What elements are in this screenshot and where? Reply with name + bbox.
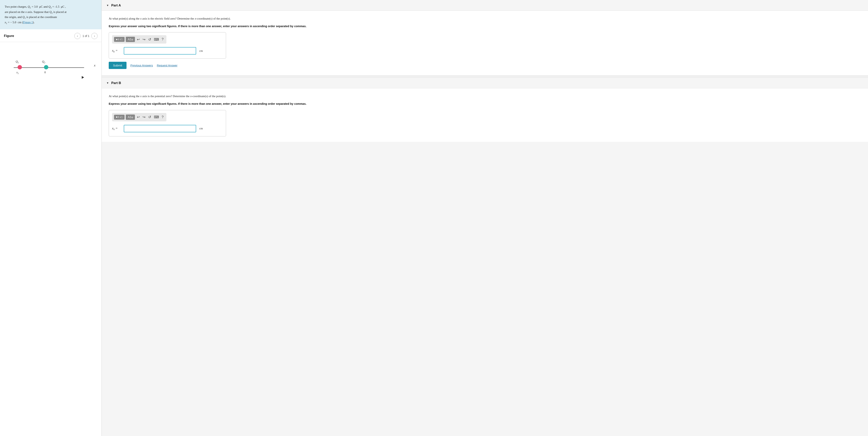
part-b-input-row: xV = cm bbox=[112, 124, 223, 133]
part-a-header: ▼ Part A bbox=[102, 0, 868, 11]
part-a-unit: cm bbox=[199, 49, 203, 53]
part-a-section: ▼ Part A At what point(s) along the x ax… bbox=[102, 0, 868, 75]
part-a-title: Part A bbox=[111, 3, 121, 7]
figure-nav: ‹ 1 of 1 › bbox=[74, 33, 98, 39]
right-panel: ▼ Part A At what point(s) along the x ax… bbox=[102, 0, 868, 436]
part-a-submit-button[interactable]: Submit bbox=[109, 62, 126, 69]
figure-next-button[interactable]: › bbox=[91, 33, 98, 39]
part-b-math-button[interactable]: ■5√□ bbox=[114, 115, 125, 120]
part-a-previous-answers-button[interactable]: Previous Answers bbox=[130, 64, 153, 67]
part-a-input-box: ■5√□ ΑΣφ ↩ ↪ ↺ ⌨ ? xE = cm bbox=[109, 32, 226, 59]
axis-arrow bbox=[82, 76, 84, 79]
part-a-input-row: xE = cm bbox=[112, 46, 223, 55]
part-a-undo-button[interactable]: ↩ bbox=[136, 37, 141, 42]
part-b-header: ▼ Part B bbox=[102, 77, 868, 88]
part-a-question: At what point(s) along the x axis is the… bbox=[109, 16, 861, 21]
diagram-container: Q1 Q2 x x1 0 bbox=[6, 58, 92, 81]
part-b-undo-button[interactable]: ↩ bbox=[136, 114, 141, 120]
part-b-content: At what point(s) along the x axis is the… bbox=[102, 88, 868, 142]
part-b-keyboard-button[interactable]: ⌨ bbox=[153, 114, 160, 120]
part-b-toolbar: ■5√□ ΑΣφ ↩ ↪ ↺ ⌨ ? bbox=[112, 113, 166, 121]
figure-count: 1 of 1 bbox=[83, 34, 89, 37]
zero-sublabel: 0 bbox=[44, 71, 46, 74]
part-a-input-label: xE = bbox=[112, 49, 122, 53]
part-b-input-label: xV = bbox=[112, 127, 122, 131]
part-b-redo-button[interactable]: ↪ bbox=[142, 114, 146, 120]
part-a-help-button[interactable]: ? bbox=[161, 37, 164, 42]
part-a-redo-button[interactable]: ↪ bbox=[142, 37, 146, 42]
part-a-toolbar: ■5√□ ΑΣφ ↩ ↪ ↺ ⌨ ? bbox=[112, 35, 166, 43]
x-axis-label: x bbox=[94, 64, 95, 67]
part-a-submit-row: Submit Previous Answers Request Answer bbox=[109, 62, 861, 70]
figure-header: Figure ‹ 1 of 1 › bbox=[0, 29, 101, 42]
part-b-answer-input[interactable] bbox=[124, 125, 196, 132]
part-b-refresh-button[interactable]: ↺ bbox=[148, 114, 152, 120]
part-b-section: ▼ Part B At what point(s) along the x ax… bbox=[102, 77, 868, 142]
part-a-content: At what point(s) along the x axis is the… bbox=[102, 11, 868, 75]
axis-line bbox=[14, 67, 84, 68]
part-a-answer-input[interactable] bbox=[124, 47, 196, 55]
part-a-keyboard-button[interactable]: ⌨ bbox=[153, 37, 160, 42]
left-panel: Two point charges, Q1 = 3.0 μC and Q2 = … bbox=[0, 0, 102, 436]
part-b-title: Part B bbox=[111, 81, 121, 85]
q1-label: Q1 bbox=[16, 60, 19, 64]
figure-title: Figure bbox=[4, 34, 14, 38]
part-b-symbol-button[interactable]: ΑΣφ bbox=[126, 114, 135, 120]
figure-prev-button[interactable]: ‹ bbox=[74, 33, 81, 39]
figure-diagram: Q1 Q2 x x1 0 bbox=[0, 42, 101, 89]
x1-sublabel: x1 bbox=[17, 71, 19, 74]
problem-description: Two point charges, Q1 = 3.0 μC and Q2 = … bbox=[0, 0, 101, 29]
section-divider bbox=[102, 75, 868, 77]
part-a-instruction: Express your answer using two significan… bbox=[109, 24, 861, 28]
charge-q1-dot bbox=[18, 65, 22, 69]
part-a-refresh-button[interactable]: ↺ bbox=[148, 37, 152, 42]
part-b-instruction: Express your answer using two significan… bbox=[109, 102, 861, 106]
part-a-math-button[interactable]: ■5√□ bbox=[114, 37, 125, 42]
part-b-input-box: ■5√□ ΑΣφ ↩ ↪ ↺ ⌨ ? xV = cm bbox=[109, 110, 226, 136]
part-b-question: At what point(s) along the x axis is the… bbox=[109, 94, 861, 99]
part-b-unit: cm bbox=[199, 127, 203, 130]
part-b-help-button[interactable]: ? bbox=[161, 115, 164, 120]
q2-label: Q2 bbox=[42, 60, 45, 64]
part-a-collapse-icon[interactable]: ▼ bbox=[106, 4, 109, 7]
charge-q2-dot bbox=[44, 65, 48, 69]
part-a-request-answer-button[interactable]: Request Answer bbox=[157, 64, 178, 67]
part-a-symbol-button[interactable]: ΑΣφ bbox=[126, 37, 135, 42]
figure-link[interactable]: Figure 1 bbox=[23, 21, 33, 24]
part-b-collapse-icon[interactable]: ▼ bbox=[106, 81, 109, 85]
